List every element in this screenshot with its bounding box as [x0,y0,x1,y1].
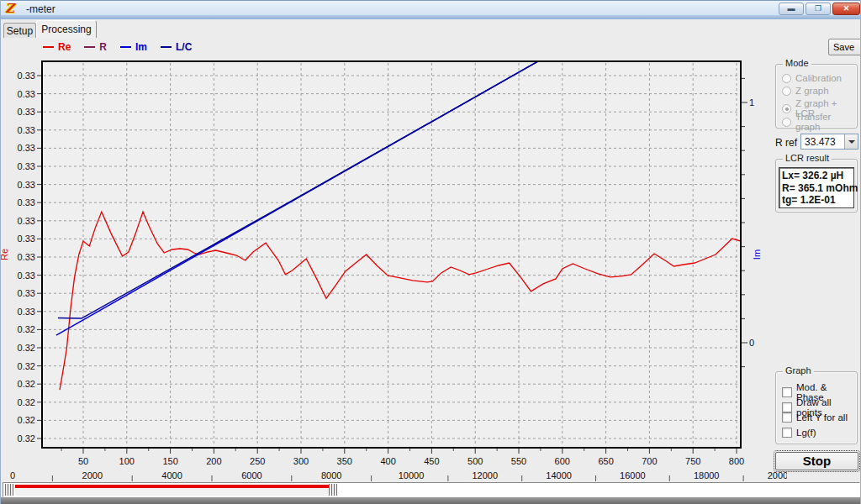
radio-label: Z graph [795,86,829,96]
mode-group: Mode Calibration Z graph Z graph + LCR T… [775,64,858,129]
radio-icon [782,118,791,127]
x-axis-label: 50 [78,456,88,466]
r-ref-combobox[interactable]: 33.473 [800,134,858,150]
x-axis-label: 550 [511,456,526,466]
y-axis-label: 0.33 [18,125,35,135]
checkbox-icon[interactable] [782,402,792,412]
legend-item-r: R [84,41,107,53]
freq-axis-label: 2000 [82,470,103,480]
lcr-result-group: LCR result Lx= 326.2 µH R= 365.1 mOhm tg… [775,159,858,213]
minimize-button[interactable]: ▬ [779,3,804,15]
y-axis-label: 0.33 [18,252,35,262]
legend-label: Re [58,41,71,53]
lcr-tangent-value: tg= 1.2E-01 [782,194,851,207]
x-axis-label: 500 [467,456,483,466]
chart-legend: Re R Im L/C [43,41,192,53]
im-axis-label: 1 [749,97,754,108]
y-axis-label: 0.33 [18,197,35,207]
legend-line-swatch [84,46,95,48]
minimize-icon: ▬ [779,3,803,14]
y-axis-label: 0.32 [18,324,35,334]
chart-plot-area [42,61,741,448]
checkbox-icon[interactable] [782,428,792,438]
stop-button[interactable]: Stop [775,452,858,470]
y-axis-label: 0.32 [18,361,35,371]
frequency-trackbar[interactable] [3,482,860,497]
y-axis-label: 0.33 [18,288,35,298]
radio-z-graph: Z graph [782,86,829,96]
legend-line-swatch [161,46,172,48]
y-axis-label: 0.33 [18,143,35,153]
y-axis-label: 0.33 [18,180,35,190]
y-axis-label: 0.33 [18,107,35,117]
y-axis-label: 0.33 [18,71,35,81]
tab-processing[interactable]: Processing [36,20,97,38]
close-icon: ✕ [833,3,859,14]
checkbox-icon[interactable] [782,412,792,423]
window-bottom-edge [1,497,861,504]
freq-axis-label: 12000 [473,470,499,480]
y-axis-label: 0.33 [18,270,35,281]
restore-icon: ❐ [806,3,830,14]
app-window: Z -meter ▬ ❐ ✕ Setup Processing Re R Im … [0,0,861,504]
sweep-progress-track [15,488,335,496]
x-axis-label: 100 [119,456,135,466]
y-axis-label: 0.33 [18,161,35,171]
title-bar[interactable]: Z -meter ▬ ❐ ✕ [1,0,861,15]
close-button[interactable]: ✕ [832,3,860,15]
restore-button[interactable]: ❐ [806,3,831,15]
checkbox-lgf[interactable]: Lg(f) [782,428,816,438]
legend-item-re: Re [43,41,71,53]
legend-line-swatch [120,46,131,48]
x-axis-label: 250 [250,456,265,466]
y-axis-label: 0.32 [18,379,35,389]
r-ref-label: R ref [775,137,797,149]
im-axis-label: 0 [749,338,754,348]
x-axis-label: 350 [337,456,352,466]
title-bar-accent [1,15,861,19]
radio-icon [782,87,791,96]
x-axis-label: 750 [685,456,700,466]
x-axis-label: 450 [424,456,439,466]
re-axis-title: Re [1,249,9,260]
y-axis-label: 0.33 [18,216,35,226]
tab-setup[interactable]: Setup [3,23,36,38]
y-axis-label: 0.33 [18,307,35,317]
freq-axis-label: 14000 [546,470,572,480]
save-button[interactable]: Save [828,39,861,55]
freq-axis-label: 10000 [399,470,425,480]
x-axis-label: 150 [162,456,177,466]
checkbox-label: Lg(f) [796,428,816,438]
im-axis-title: Im [752,249,762,260]
mode-group-title: Mode [783,58,811,68]
app-z-icon: Z [5,2,20,16]
y-axis-label: 0.32 [18,397,35,407]
r-ref-value: 33.473 [805,136,836,148]
radio-transfer-graph: Transfer graph [782,112,857,132]
legend-item-im: Im [120,41,147,53]
dropdown-button[interactable] [844,134,858,149]
lcr-inductance-value: Lx= 326.2 µH [782,170,851,182]
y-axis-label: 0.32 [18,343,35,353]
trackbar-right-handle[interactable] [329,484,337,496]
radio-label: Calibration [795,73,842,83]
window-title: -meter [26,3,55,15]
checkbox-icon[interactable] [782,387,792,397]
x-axis-label: 400 [380,456,395,466]
y-axis-label: 0.33 [18,89,35,99]
freq-axis-label: 6000 [241,470,261,480]
freq-axis-label: 0 [10,470,15,480]
freq-axis-label: 8000 [321,470,341,480]
x-axis-label: 200 [206,456,221,466]
x-axis-label: 800 [729,456,744,466]
freq-axis-label: 18000 [694,470,720,480]
legend-line-swatch [43,46,54,48]
lcr-result-display: Lx= 326.2 µH R= 365.1 mOhm tg= 1.2E-01 [779,167,854,208]
checkbox-left-y-for-all[interactable]: Left Y for all [782,412,848,423]
legend-label: Im [135,41,147,53]
y-axis-label: 0.32 [18,433,35,444]
x-axis-label: 600 [555,456,570,466]
freq-axis-label: 16000 [620,470,646,480]
trackbar-left-handle[interactable] [5,484,13,496]
lcr-result-title: LCR result [783,153,832,163]
